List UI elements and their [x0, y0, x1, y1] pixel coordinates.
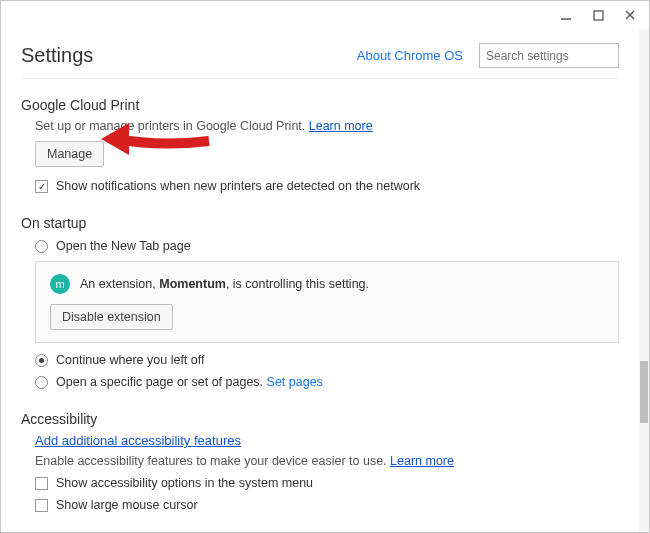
a11y-opt-system-menu[interactable]: Show accessibility options in the system… — [21, 476, 619, 490]
section-heading-startup: On startup — [21, 215, 619, 231]
set-pages-link[interactable]: Set pages — [267, 375, 323, 389]
extension-notice-row: m An extension, Momentum, is controlling… — [50, 274, 604, 294]
radio-icon — [35, 240, 48, 253]
radio-icon — [35, 376, 48, 389]
search-input[interactable] — [479, 43, 619, 68]
startup-opt-newtab[interactable]: Open the New Tab page — [21, 239, 619, 253]
checkbox-icon — [35, 477, 48, 490]
settings-content: Settings About Chrome OS Google Cloud Pr… — [1, 29, 639, 532]
scrollbar-track[interactable] — [639, 29, 649, 532]
gcp-description: Set up or manage printers in Google Clou… — [21, 119, 619, 133]
radio-icon — [35, 354, 48, 367]
startup-opt-specific[interactable]: Open a specific page or set of pages. Se… — [21, 375, 619, 389]
gcp-notif-label: Show notifications when new printers are… — [56, 179, 420, 193]
section-heading-gcp: Google Cloud Print — [21, 97, 619, 113]
header-right: About Chrome OS — [357, 43, 619, 68]
a11y-opt-large-cursor[interactable]: Show large mouse cursor — [21, 498, 619, 512]
accessibility-description: Enable accessibility features to make yo… — [21, 454, 619, 468]
minimize-button[interactable] — [551, 3, 581, 27]
extension-notice-box: m An extension, Momentum, is controlling… — [35, 261, 619, 343]
startup-opt-continue[interactable]: Continue where you left off — [21, 353, 619, 367]
window-titlebar — [1, 1, 649, 29]
manage-button[interactable]: Manage — [35, 141, 104, 167]
settings-header: Settings About Chrome OS — [21, 29, 619, 79]
section-heading-accessibility: Accessibility — [21, 411, 619, 427]
add-accessibility-link[interactable]: Add additional accessibility features — [35, 433, 241, 448]
page-title: Settings — [21, 44, 93, 67]
gcp-desc-text: Set up or manage printers in Google Clou… — [35, 119, 309, 133]
startup-continue-label: Continue where you left off — [56, 353, 204, 367]
extension-notice-text: An extension, Momentum, is controlling t… — [80, 277, 369, 291]
gcp-learn-more-link[interactable]: Learn more — [309, 119, 373, 133]
startup-newtab-label: Open the New Tab page — [56, 239, 191, 253]
a11y-learn-more-link[interactable]: Learn more — [390, 454, 454, 468]
a11y-large-cursor-label: Show large mouse cursor — [56, 498, 198, 512]
checkbox-icon: ✓ — [35, 180, 48, 193]
scrollbar-thumb[interactable] — [640, 361, 648, 423]
disable-extension-button[interactable]: Disable extension — [50, 304, 173, 330]
checkbox-icon — [35, 499, 48, 512]
close-button[interactable] — [615, 3, 645, 27]
startup-specific-label: Open a specific page or set of pages. Se… — [56, 375, 323, 389]
a11y-system-menu-label: Show accessibility options in the system… — [56, 476, 313, 490]
extension-icon: m — [50, 274, 70, 294]
gcp-notif-row[interactable]: ✓ Show notifications when new printers a… — [21, 179, 619, 193]
svg-rect-1 — [594, 11, 603, 20]
maximize-button[interactable] — [583, 3, 613, 27]
about-chrome-os-link[interactable]: About Chrome OS — [357, 48, 463, 63]
